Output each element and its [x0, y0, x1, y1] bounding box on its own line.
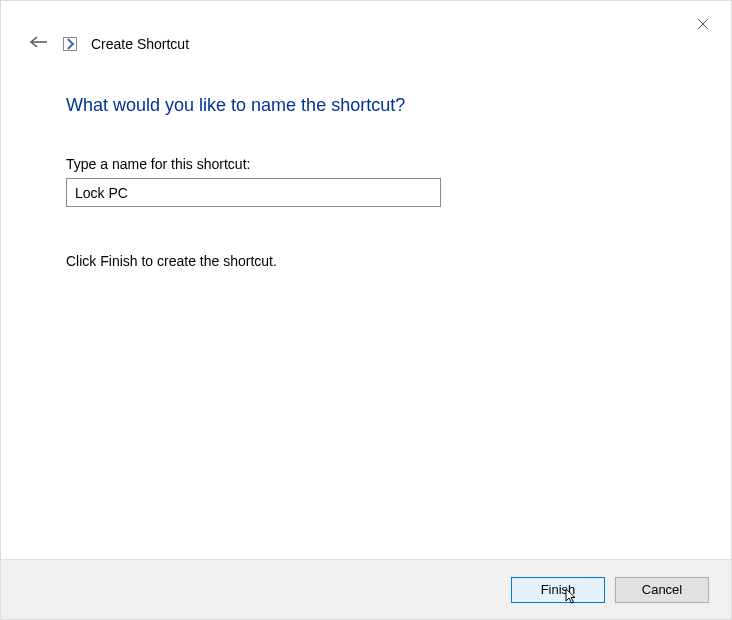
cancel-button[interactable]: Cancel	[615, 577, 709, 603]
close-icon	[697, 18, 709, 33]
finish-button[interactable]: Finish	[511, 577, 605, 603]
wizard-header: Create Shortcut	[29, 35, 189, 52]
footer-bar: Finish Cancel	[1, 559, 731, 619]
wizard-title: Create Shortcut	[91, 36, 189, 52]
wizard-content: What would you like to name the shortcut…	[66, 95, 671, 269]
instruction-text: Click Finish to create the shortcut.	[66, 253, 671, 269]
close-button[interactable]	[691, 13, 715, 37]
shortcut-name-input[interactable]	[66, 178, 441, 207]
input-label: Type a name for this shortcut:	[66, 156, 671, 172]
back-arrow-icon	[29, 35, 49, 52]
page-heading: What would you like to name the shortcut…	[66, 95, 671, 116]
shortcut-icon	[63, 37, 77, 51]
back-button[interactable]	[29, 35, 49, 52]
